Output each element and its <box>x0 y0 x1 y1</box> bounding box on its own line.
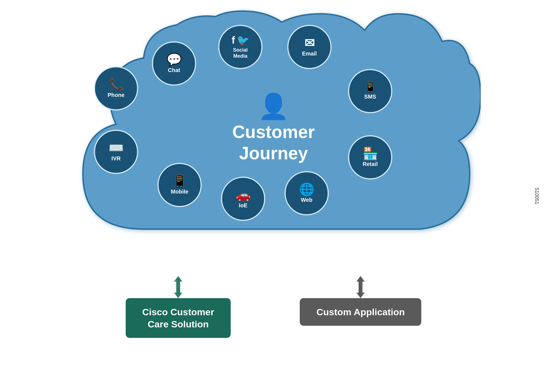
person-icon: 👤 <box>258 94 289 119</box>
sms-icon: 📱 <box>364 82 377 92</box>
ioe-label: IoE <box>239 202 247 209</box>
ioe-circle: 🚗 IoE <box>221 177 265 221</box>
chat-icon: 💬 <box>167 54 182 66</box>
svg-rect-5 <box>443 234 446 240</box>
sms-circle: 📱 SMS <box>348 69 392 113</box>
phone-label: Phone <box>107 92 124 98</box>
svg-rect-7 <box>450 234 453 240</box>
main-container: 510051 💬 Chat f 🐦 <box>0 0 547 392</box>
center-content: 👤 Customer Journey <box>232 94 315 164</box>
social-icons: f 🐦 <box>232 35 249 46</box>
chat-label: Chat <box>168 67 180 73</box>
chat-circle: 💬 Chat <box>152 41 196 86</box>
page-number: 510051 <box>533 188 539 204</box>
mobile-icon: 📱 <box>172 175 187 187</box>
svg-rect-4 <box>440 236 442 240</box>
ivr-label: IVR <box>111 155 120 162</box>
mobile-label: Mobile <box>171 188 188 195</box>
sms-label: SMS <box>364 93 376 100</box>
retail-label: Retail <box>363 161 378 167</box>
svg-marker-9 <box>174 276 182 282</box>
custom-arrow <box>354 276 367 298</box>
email-icon: ✉ <box>304 37 315 49</box>
cisco-logo: CISCO <box>425 232 459 254</box>
web-icon: 🌐 <box>299 183 314 195</box>
svg-marker-14 <box>356 293 365 298</box>
cloud-content: 💬 Chat f 🐦 Social Media ✉ Email 📱 SMS <box>66 8 481 271</box>
cisco-solution-box: Cisco Customer Care Solution <box>126 276 231 338</box>
email-circle: ✉ Email <box>287 25 332 69</box>
facebook-icon: f <box>232 35 235 46</box>
custom-app-text: Custom Application <box>316 307 405 317</box>
mobile-circle: 📱 Mobile <box>157 163 202 207</box>
svg-rect-1 <box>429 234 432 240</box>
phone-circle: 📞 Phone <box>94 66 138 110</box>
svg-rect-2 <box>432 232 435 240</box>
svg-rect-13 <box>359 282 362 293</box>
cisco-solution-line1: Cisco Customer <box>142 307 214 317</box>
twitter-icon: 🐦 <box>237 35 249 46</box>
svg-marker-12 <box>356 276 365 282</box>
journey-line2: Journey <box>239 143 308 163</box>
cisco-solution-line2: Care Solution <box>148 319 209 329</box>
bottom-section: Cisco Customer Care Solution Custom Appl… <box>66 276 481 338</box>
social-media-circle: f 🐦 Social Media <box>218 25 262 69</box>
ioe-icon: 🚗 <box>236 189 251 201</box>
journey-line1: Customer <box>232 122 315 142</box>
custom-app-box: Custom Application <box>300 276 421 326</box>
cisco-text: CISCO <box>425 244 459 254</box>
svg-rect-10 <box>176 282 180 293</box>
svg-rect-3 <box>436 234 439 240</box>
ivr-circle: ⌨️ IVR <box>94 130 138 174</box>
svg-rect-8 <box>454 236 457 240</box>
cisco-arrow <box>171 276 185 298</box>
svg-marker-11 <box>174 293 182 298</box>
svg-rect-6 <box>447 232 449 240</box>
ivr-icon: ⌨️ <box>109 142 124 154</box>
retail-circle: 🏪 Retail <box>348 135 392 179</box>
social-media-label: Social Media <box>233 47 248 59</box>
cisco-bars-svg <box>425 232 458 243</box>
retail-icon: 🏪 <box>363 147 378 160</box>
web-label: Web <box>301 197 312 203</box>
custom-app-label: Custom Application <box>300 298 421 326</box>
email-label: Email <box>302 50 317 57</box>
cisco-solution-label: Cisco Customer Care Solution <box>126 298 231 338</box>
cloud-wrapper: 💬 Chat f 🐦 Social Media ✉ Email 📱 SMS <box>66 8 481 271</box>
svg-rect-0 <box>425 236 428 240</box>
journey-title: Customer Journey <box>232 121 315 164</box>
phone-icon: 📞 <box>109 78 124 91</box>
web-circle: 🌐 Web <box>285 171 329 215</box>
